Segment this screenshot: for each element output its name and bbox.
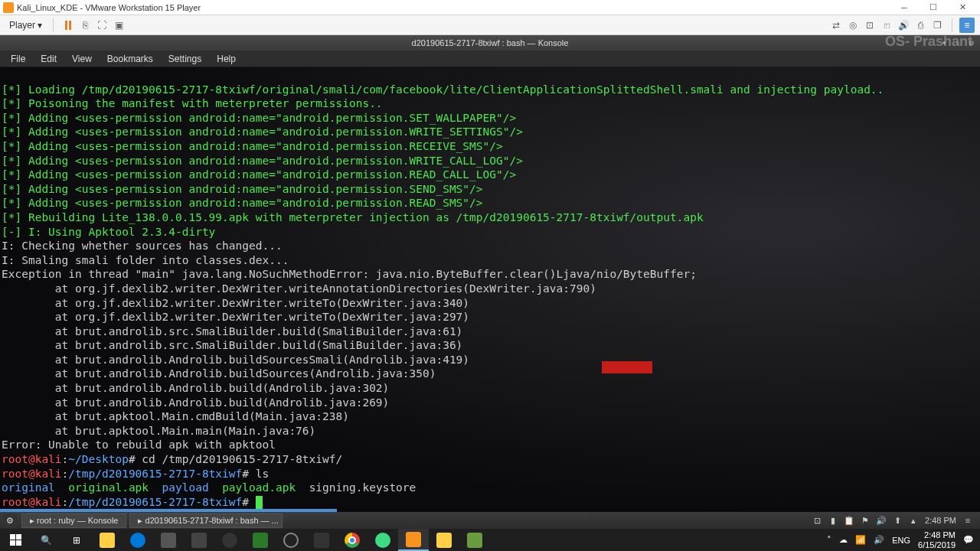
movies-icon[interactable] [306, 529, 337, 551]
red-overlay [602, 361, 652, 373]
terminal-line: [*] Adding <uses-permission android:name… [2, 168, 516, 181]
menu-file[interactable]: File [5, 52, 31, 66]
folder-icon[interactable] [429, 529, 459, 551]
terminal-line: at brut.apktool.Main.cmdBuild(Main.java:… [2, 410, 349, 422]
windows-start-button[interactable] [0, 529, 31, 551]
wifi-icon[interactable]: 📶 [855, 535, 866, 545]
kde-clock[interactable]: 2:48 PM [925, 516, 956, 525]
terminal-line: at org.jf.dexlib2.writer.DexWriter.write… [2, 282, 596, 295]
terminal-line: Error: Unable to rebuild apk with apktoo… [2, 439, 276, 451]
search-icon[interactable]: 🔍 [31, 529, 61, 551]
edge-icon[interactable] [122, 529, 153, 551]
volume-icon[interactable]: 🔊 [877, 516, 886, 525]
prompt-line: root@kali:/tmp/d20190615-2717-8txiwf# ls [2, 468, 269, 480]
maximize-button[interactable]: ☐ [919, 0, 948, 15]
terminal-line: [*] Poisoning the manifest with meterpre… [2, 97, 383, 109]
clock-time: 2:48 PM [918, 530, 956, 540]
terminal-line: [*] Adding <uses-permission android:name… [2, 140, 503, 152]
terminal-line: at brut.androlib.src.SmaliBuilder.build(… [2, 325, 462, 337]
vm-viewport: d20190615-2717-8txiwf : bash — Konsole ▾… [0, 35, 980, 529]
windows-clock[interactable]: 2:48 PM 6/15/2019 [918, 530, 956, 550]
terminal[interactable]: [*] Loading /tmp/d20190615-2717-8txiwf/o… [0, 67, 980, 512]
terminal-line: at brut.apktool.Main.main(Main.java:76) [2, 425, 315, 437]
terminal-line: [*] Adding <uses-permission android:name… [2, 197, 483, 209]
windows-system-tray: ˄ ☁ 📶 🔊 ENG 2:48 PM 6/15/2019 💬 [821, 530, 980, 550]
connect-printer-icon[interactable]: ⎙ [913, 18, 928, 33]
windows-logo-icon [10, 534, 21, 546]
connect-drive-icon[interactable]: ⊡ [862, 18, 877, 33]
terminal-line: at org.jf.dexlib2.writer.DexWriter.write… [2, 297, 469, 309]
menu-bookmarks[interactable]: Bookmarks [101, 52, 159, 66]
photos-icon[interactable] [245, 529, 276, 551]
terminal-line: [*] Loading /tmp/d20190615-2717-8txiwf/o… [2, 83, 884, 96]
notifications-icon[interactable]: 💬 [963, 535, 974, 545]
expand-icon[interactable]: ▴ [909, 516, 918, 525]
konsole-titlebar[interactable]: d20190615-2717-8txiwf : bash — Konsole ▾… [0, 35, 980, 51]
tools-icon[interactable]: ≡ [959, 18, 975, 33]
konsole-window: d20190615-2717-8txiwf : bash — Konsole ▾… [0, 35, 980, 512]
taskbar-item-konsole-bash[interactable]: ▸ d20190615-2717-8txiwf : bash — ... [129, 514, 283, 528]
prompt-line: root@kali:~/Desktop# cd /tmp/d20190615-2… [2, 453, 342, 465]
terminal-line: at brut.androlib.Androlib.build(Androlib… [2, 396, 389, 409]
pause-button[interactable] [60, 18, 76, 33]
terminal-line: [*] Adding <uses-permission android:name… [2, 112, 516, 124]
disk-icon[interactable]: ⊡ [812, 516, 822, 525]
app-icon[interactable] [459, 529, 490, 551]
vmware-player-icon[interactable] [398, 529, 429, 551]
obs-icon[interactable] [276, 529, 306, 551]
task-label: d20190615-2717-8txiwf : bash — ... [145, 516, 279, 525]
windows-taskbar: 🔍 ⊞ ˄ ☁ 📶 🔊 ENG 2:48 PM 6/15/2019 💬 [0, 529, 980, 551]
battery-icon[interactable]: ▮ [828, 516, 838, 525]
vmware-app-icon [3, 2, 14, 13]
tray-expand-icon[interactable]: ˄ [827, 535, 831, 545]
fullscreen-icon[interactable]: ⛶ [94, 18, 109, 33]
watermark: OS- Prashant [885, 34, 972, 50]
ls-output: original original.apk payload payload.ap… [2, 481, 416, 494]
send-ctrl-alt-del-icon[interactable]: ⎘ [77, 18, 93, 33]
menu-view[interactable]: View [66, 52, 98, 66]
camera-icon[interactable] [184, 529, 214, 551]
divider [53, 18, 54, 32]
chrome-icon[interactable] [337, 529, 368, 551]
menu-settings[interactable]: Settings [162, 52, 207, 66]
terminal-line: I: Smaling smali folder into classes.dex… [2, 254, 289, 266]
terminal-line: [*] Adding <uses-permission android:name… [2, 126, 523, 138]
vmware-titlebar: Kali_Linux_KDE - VMware Workstation 15 P… [0, 0, 980, 15]
vmware-title: Kali_Linux_KDE - VMware Workstation 15 P… [17, 3, 890, 12]
store-icon[interactable] [153, 529, 184, 551]
terminal-line: at brut.androlib.Androlib.build(Androlib… [2, 382, 389, 394]
android-studio-icon[interactable] [368, 529, 398, 551]
task-icon: ▸ [30, 516, 34, 525]
connect-usb-icon[interactable]: ⏍ [879, 18, 894, 33]
onedrive-icon[interactable]: ☁ [839, 535, 848, 545]
kde-app-launcher-icon[interactable]: ⚙ [3, 514, 17, 527]
menu-edit[interactable]: Edit [34, 52, 63, 66]
menu-help[interactable]: Help [211, 52, 242, 66]
connect-network-icon[interactable]: ⇄ [828, 18, 844, 33]
minimize-button[interactable]: ─ [890, 0, 919, 15]
show-desktop-icon[interactable]: ≡ [963, 516, 972, 525]
language-indicator[interactable]: ENG [892, 536, 910, 545]
cursor [256, 496, 263, 509]
unity-icon[interactable]: ▣ [111, 18, 126, 33]
terminal-line: at brut.androlib.Androlib.buildSources(A… [2, 367, 436, 380]
connect-display-icon[interactable]: ❐ [929, 18, 945, 33]
connect-sound-icon[interactable]: 🔊 [896, 18, 911, 33]
clock-date: 6/15/2019 [918, 540, 956, 550]
file-explorer-icon[interactable] [92, 529, 122, 551]
clipboard-icon[interactable]: 📋 [844, 516, 854, 525]
close-button[interactable]: ✕ [948, 0, 977, 15]
konsole-title: d20190615-2717-8txiwf : bash — Konsole [412, 38, 569, 47]
microphone-icon[interactable] [214, 529, 245, 551]
taskbar-item-konsole-ruby[interactable]: ▸ root : ruby — Konsole [21, 514, 126, 528]
player-menu[interactable]: Player ▾ [5, 18, 47, 32]
terminal-line: at brut.androlib.src.SmaliBuilder.build(… [2, 339, 462, 351]
task-view-icon[interactable]: ⊞ [61, 529, 92, 551]
vmware-toolbar: Player ▾ ⎘ ⛶ ▣ ⇄ ◎ ⊡ ⏍ 🔊 ⎙ ❐ ≡ [0, 15, 980, 35]
task-label: root : ruby — Konsole [37, 516, 118, 525]
network-icon[interactable]: ⬆ [893, 516, 902, 525]
connect-cd-icon[interactable]: ◎ [845, 18, 861, 33]
notifications-icon[interactable]: ⚑ [861, 516, 870, 525]
volume-icon[interactable]: 🔊 [874, 535, 884, 545]
task-icon: ▸ [138, 516, 142, 525]
